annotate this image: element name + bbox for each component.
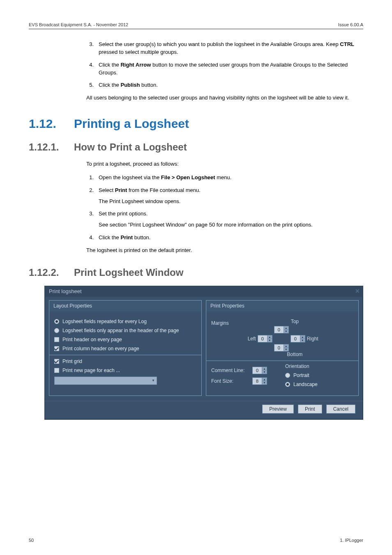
- option-label: Portrait: [293, 372, 309, 378]
- radio-icon[interactable]: [54, 328, 59, 333]
- step-number: 4.: [86, 234, 94, 242]
- howto-step-3: 3. Set the print options. See section "P…: [86, 210, 359, 229]
- spinner-up-icon[interactable]: ▲: [284, 345, 288, 348]
- howto-step-2: 2. Select Print from the File contextual…: [86, 187, 359, 206]
- step-text: Click the Print button.: [99, 234, 359, 242]
- spinner-up-icon[interactable]: ▲: [300, 335, 305, 339]
- margin-left-label: Left: [248, 336, 256, 342]
- heading-number: 1.12.1.: [29, 141, 74, 153]
- dialog-title: Print logsheet: [49, 288, 82, 294]
- step-after: See section "Print Logsheet Window" on p…: [99, 222, 313, 228]
- option-label: Print new page for each ...: [62, 368, 120, 373]
- orientation-label: Orientation: [285, 363, 353, 369]
- spinner-down-icon[interactable]: ▼: [300, 339, 305, 342]
- dialog-buttonbar: Preview Print Cancel: [45, 401, 363, 419]
- footer-page-number: 50: [29, 538, 34, 543]
- new-page-select-row: ▼: [54, 377, 196, 385]
- new-page-select[interactable]: ▼: [54, 377, 157, 385]
- step-text: Open the logsheet via the File > Open Lo…: [99, 174, 359, 182]
- header-right: Issue 6.00.A: [338, 22, 363, 27]
- opt-print-col-header[interactable]: Print column header on every page: [54, 346, 196, 352]
- heading-title: Print Logsheet Window: [74, 267, 183, 278]
- comment-line-label: Comment Line:: [211, 368, 249, 373]
- comment-line-spinner[interactable]: 0▲▼: [252, 367, 267, 374]
- panel-body: Logsheet fields repeated for every Log L…: [49, 311, 201, 390]
- header-left: EVS Broadcast Equipment S.A. - November …: [29, 22, 128, 27]
- heading-1-12-2: 1.12.2.Print Logsheet Window: [29, 267, 363, 278]
- opt-print-new-page[interactable]: Print new page for each ...: [54, 368, 196, 373]
- margin-right-spinner[interactable]: 0▲▼: [291, 335, 305, 342]
- panel-body: Margins Top 0▲▼ Left 0▲▼: [206, 311, 358, 392]
- spinner-up-icon[interactable]: ▲: [262, 378, 267, 382]
- step-number: 1.: [86, 174, 94, 182]
- margin-top-spinner[interactable]: 0▲▼: [274, 326, 289, 333]
- radio-icon[interactable]: [54, 319, 59, 324]
- option-label: Logsheet fields only appear in the heade…: [62, 328, 179, 333]
- option-label: Print grid: [62, 358, 82, 364]
- dialog-titlebar[interactable]: Print logsheet ×: [45, 286, 363, 297]
- step-text: Select Print from the File contextual me…: [99, 187, 359, 206]
- step-3: 3. Select the user group(s) to which you…: [86, 41, 359, 56]
- spinner-down-icon[interactable]: ▼: [262, 370, 267, 374]
- spinner-up-icon[interactable]: ▲: [284, 326, 288, 330]
- howto-intro: To print a logsheet, proceed as follows:: [86, 160, 359, 168]
- margin-right-label: Right: [307, 336, 318, 342]
- spinner-down-icon[interactable]: ▼: [284, 330, 288, 333]
- opt-print-header[interactable]: Print header on every page: [54, 337, 196, 342]
- step-number: 5.: [86, 81, 94, 89]
- page-footer: 50 1. IPLogger: [29, 538, 363, 543]
- margins-grid: 0▲▼ Left 0▲▼ 0▲▼ Right 0▲▼: [236, 326, 353, 352]
- print-button[interactable]: Print: [298, 405, 322, 414]
- heading-1-12-1: 1.12.1.How to Print a Logsheet: [29, 141, 363, 153]
- option-label: Logsheet fields repeated for every Log: [62, 319, 147, 324]
- option-label: Print column header on every page: [62, 346, 139, 352]
- spinner-up-icon[interactable]: ▲: [262, 367, 267, 371]
- margin-bottom-spinner[interactable]: 0▲▼: [274, 344, 289, 352]
- divider: [206, 361, 358, 361]
- checkbox-icon[interactable]: [54, 359, 59, 364]
- layout-properties-panel: Layout Properties Logsheet fields repeat…: [49, 300, 202, 396]
- font-size-row: Font Size: 8▲▼: [211, 377, 279, 385]
- divider: [49, 355, 201, 355]
- preview-button[interactable]: Preview: [262, 405, 294, 414]
- checkbox-icon[interactable]: [54, 368, 59, 373]
- font-size-label: Font Size:: [211, 378, 249, 384]
- close-icon[interactable]: ×: [355, 287, 360, 296]
- margins-label: Margins: [211, 319, 229, 326]
- print-logsheet-dialog: Print logsheet × Layout Properties Logsh…: [44, 286, 363, 420]
- margin-left-spinner[interactable]: 0▲▼: [258, 335, 272, 342]
- checkbox-icon[interactable]: [54, 346, 59, 351]
- cancel-button[interactable]: Cancel: [326, 405, 355, 414]
- radio-icon[interactable]: [285, 373, 290, 378]
- radio-icon[interactable]: [285, 382, 290, 387]
- opt-print-grid[interactable]: Print grid: [54, 358, 196, 364]
- margin-bottom-label: Bottom: [236, 352, 353, 357]
- orientation-landscape[interactable]: Landscape: [285, 382, 353, 387]
- intro-block: 3. Select the user group(s) to which you…: [86, 41, 359, 102]
- orientation-portrait[interactable]: Portrait: [285, 372, 353, 378]
- print-logsheet-dialog-wrapper: Print logsheet × Layout Properties Logsh…: [44, 286, 363, 420]
- spinner-down-icon[interactable]: ▼: [262, 381, 267, 384]
- step-4: 4. Click the Right Arrow button to move …: [86, 61, 359, 77]
- step-text: Click the Publish button.: [99, 81, 359, 89]
- intro-step-list: 3. Select the user group(s) to which you…: [86, 41, 359, 89]
- spinner-down-icon[interactable]: ▼: [267, 339, 272, 342]
- spinner-down-icon[interactable]: ▼: [284, 348, 288, 351]
- heading-title: Printing a Logsheet: [74, 117, 189, 130]
- howto-step-list: 1. Open the logsheet via the File > Open…: [86, 174, 359, 242]
- opt-header-only[interactable]: Logsheet fields only appear in the heade…: [54, 328, 196, 333]
- step-text: Set the print options. See section "Prin…: [99, 210, 359, 229]
- intro-paragraph: All users belonging to the selected user…: [86, 94, 359, 102]
- font-size-spinner[interactable]: 8▲▼: [252, 377, 267, 385]
- panel-title: Layout Properties: [49, 301, 201, 311]
- howto-step-4: 4. Click the Print button.: [86, 234, 359, 242]
- option-label: Print header on every page: [62, 337, 122, 342]
- opt-repeated[interactable]: Logsheet fields repeated for every Log: [54, 319, 196, 324]
- step-number: 3.: [86, 210, 94, 229]
- heading-title: How to Print a Logsheet: [74, 141, 187, 153]
- dialog-body: Layout Properties Logsheet fields repeat…: [45, 297, 363, 398]
- step-after: The Print Logsheet window opens.: [99, 198, 180, 204]
- checkbox-icon[interactable]: [54, 337, 59, 342]
- spinner-up-icon[interactable]: ▲: [267, 335, 272, 339]
- howto-block: To print a logsheet, proceed as follows:…: [86, 160, 359, 254]
